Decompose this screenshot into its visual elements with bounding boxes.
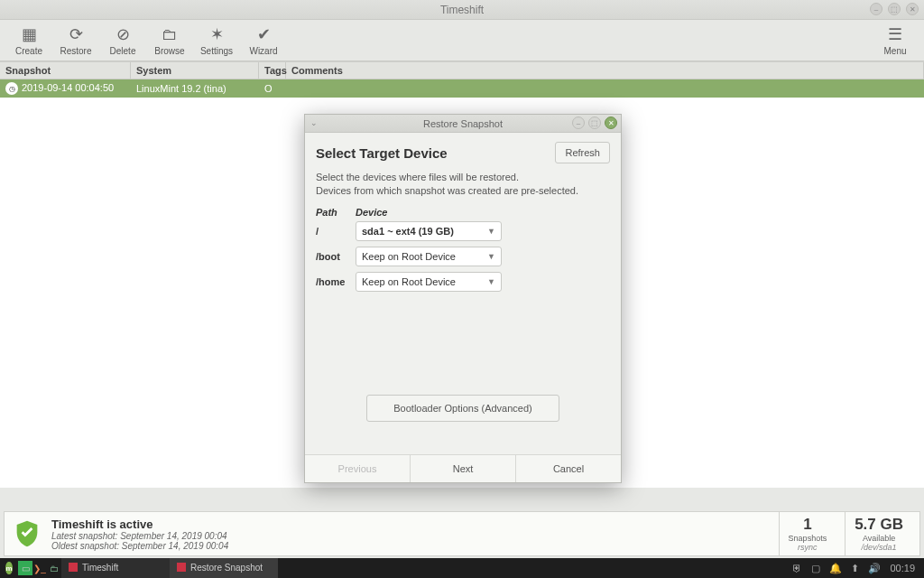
restore-button[interactable]: ⟳Restore (52, 24, 99, 56)
status-bar: Timeshift is active Latest snapshot: Sep… (4, 511, 920, 556)
display-icon[interactable]: ▢ (811, 563, 820, 574)
notification-icon[interactable]: 🔔 (829, 563, 842, 574)
start-menu-button[interactable]: m (0, 558, 18, 578)
files-button[interactable]: 🗀 (47, 561, 61, 575)
status-title: Timeshift is active (51, 517, 770, 531)
device-table-header: Path Device (316, 207, 610, 218)
dialog-maximize-button[interactable]: ⬚ (588, 117, 601, 129)
delete-button[interactable]: ⊘Delete (99, 24, 146, 56)
row-tags: O (259, 83, 286, 94)
path-root: / (316, 226, 356, 237)
available-box: 5.7 GB Available /dev/sda1 (845, 512, 912, 555)
app-icon (177, 563, 186, 572)
hamburger-icon: ☰ (888, 24, 902, 44)
previous-button: Previous (305, 455, 411, 482)
plus-box-icon: ▦ (22, 24, 37, 44)
window-title: Timeshift (0, 4, 924, 16)
updates-icon[interactable]: ⬆ (851, 563, 859, 574)
window-close-button[interactable]: ✕ (906, 3, 919, 15)
volume-icon[interactable]: 🔊 (868, 563, 881, 574)
bootloader-advanced-button[interactable]: Bootloader Options (Advanced) (366, 395, 559, 422)
taskbar-app-restore[interactable]: Restore Snapshot (170, 558, 278, 578)
table-row[interactable]: ◷2019-09-14 00:04:50 LinuxMint 19.2 (tin… (0, 79, 924, 98)
col-snapshot[interactable]: Snapshot (0, 62, 131, 79)
mint-logo-icon: m (5, 562, 12, 574)
settings-icon: ✶ (210, 24, 224, 44)
taskbar-app-timeshift[interactable]: Timeshift (61, 558, 170, 578)
shield-check-icon (12, 518, 42, 549)
snapshot-table-header: Snapshot System Tags Comments (0, 61, 924, 79)
taskbar[interactable]: m ▭ ❯_ 🗀 Timeshift Restore Snapshot ⛨ ▢ … (0, 558, 924, 578)
restore-icon: ⟳ (69, 24, 83, 44)
dialog-heading: Select Target Device (316, 145, 555, 161)
status-latest: Latest snapshot: September 14, 2019 00:0… (51, 531, 770, 541)
clock-icon: ◷ (5, 82, 18, 95)
wizard-icon: ✔ (257, 24, 271, 44)
device-row-home: /home Keep on Root Device▼ (316, 272, 610, 292)
chevron-down-icon: ▼ (487, 252, 495, 261)
refresh-button[interactable]: Refresh (555, 142, 610, 163)
device-combo-boot[interactable]: Keep on Root Device▼ (356, 247, 502, 266)
cancel-button[interactable]: Cancel (516, 455, 621, 482)
window-minimize-button[interactable]: – (870, 3, 882, 15)
dialog-close-button[interactable]: ✕ (605, 117, 617, 129)
app-icon (69, 563, 78, 572)
window-maximize-button[interactable]: ⬚ (888, 3, 901, 15)
menu-button[interactable]: ☰Menu (872, 24, 919, 56)
clock[interactable]: 00:19 (890, 563, 915, 573)
device-combo-home[interactable]: Keep on Root Device▼ (356, 272, 502, 292)
delete-icon: ⊘ (116, 24, 130, 44)
device-combo-root[interactable]: sda1 ~ ext4 (19 GB)▼ (356, 221, 502, 241)
dialog-description: Select the devices where files will be r… (316, 171, 610, 198)
window-titlebar: Timeshift – ⬚ ✕ (0, 0, 924, 20)
folder-icon: 🗀 (162, 25, 178, 44)
path-home: /home (316, 276, 356, 287)
path-boot: /boot (316, 251, 356, 262)
col-system[interactable]: System (131, 62, 259, 79)
restore-dialog: ⌄ Restore Snapshot – ⬚ ✕ Select Target D… (304, 114, 622, 483)
system-tray: ⛨ ▢ 🔔 ⬆ 🔊 00:19 (783, 563, 924, 574)
browse-button[interactable]: 🗀Browse (146, 25, 193, 56)
settings-button[interactable]: ✶Settings (193, 24, 240, 56)
terminal-button[interactable]: ❯_ (32, 561, 47, 575)
next-button[interactable]: Next (411, 455, 516, 482)
col-comments[interactable]: Comments (286, 62, 924, 79)
dialog-button-row: Previous Next Cancel (305, 454, 621, 482)
main-toolbar: ▦Create ⟳Restore ⊘Delete 🗀Browse ✶Settin… (0, 20, 924, 61)
device-row-root: / sda1 ~ ext4 (19 GB)▼ (316, 221, 610, 241)
chevron-down-icon: ▼ (487, 227, 495, 236)
create-button[interactable]: ▦Create (5, 24, 52, 56)
device-row-boot: /boot Keep on Root Device▼ (316, 247, 610, 266)
row-snapshot: ◷2019-09-14 00:04:50 (0, 82, 131, 96)
dialog-chevron-icon[interactable]: ⌄ (310, 118, 318, 127)
shield-icon[interactable]: ⛨ (792, 563, 802, 573)
dialog-titlebar[interactable]: ⌄ Restore Snapshot – ⬚ ✕ (305, 115, 621, 133)
row-system: LinuxMint 19.2 (tina) (131, 83, 259, 94)
snapshots-box: 1 Snapshots rsync (779, 512, 836, 555)
show-desktop-button[interactable]: ▭ (18, 561, 32, 575)
chevron-down-icon: ▼ (487, 277, 495, 286)
dialog-minimize-button[interactable]: – (572, 117, 585, 129)
status-oldest: Oldest snapshot: September 14, 2019 00:0… (51, 541, 770, 551)
col-tags[interactable]: Tags (259, 62, 286, 79)
wizard-button[interactable]: ✔Wizard (240, 24, 287, 56)
